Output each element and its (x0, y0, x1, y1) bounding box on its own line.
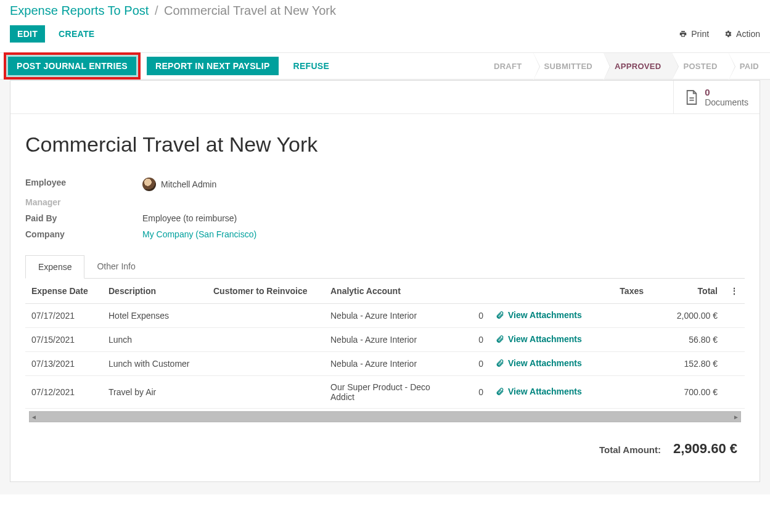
status-step-posted[interactable]: POSTED (672, 53, 728, 79)
breadcrumb: Expense Reports To Post / Commercial Tra… (0, 0, 770, 20)
status-steps: DRAFT SUBMITTED APPROVED POSTED PAID (483, 53, 770, 79)
col-taxes-spacer (453, 279, 489, 304)
expense-table: Expense Date Description Customer to Rei… (25, 279, 745, 409)
cell-analytic: Our Super Product - Deco Addict (324, 376, 453, 409)
horizontal-scrollbar[interactable]: ◄ ► (29, 411, 741, 422)
cell-taxes2 (594, 376, 650, 409)
cell-attach: View Attachments (489, 328, 594, 352)
cell-taxes: 0 (453, 304, 489, 328)
breadcrumb-separator: / (155, 4, 158, 17)
employee-value: Mitchell Admin (142, 178, 457, 191)
cell-taxes: 0 (453, 328, 489, 352)
cell-total: 56.80 € (650, 328, 724, 352)
company-link[interactable]: My Company (San Francisco) (142, 229, 256, 239)
documents-button[interactable]: 0 Documents (673, 81, 760, 113)
paidby-value: Employee (to reimburse) (142, 213, 457, 223)
breadcrumb-current: Commercial Travel at New York (164, 4, 336, 17)
cell-total: 2,000.00 € (650, 304, 724, 328)
print-label: Print (691, 29, 709, 39)
col-desc: Description (102, 279, 207, 304)
manager-value (142, 197, 457, 207)
paperclip-icon (496, 335, 504, 343)
col-date: Expense Date (25, 279, 102, 304)
statusbar: POST JOURNAL ENTRIES REPORT IN NEXT PAYS… (0, 52, 770, 80)
status-step-submitted[interactable]: SUBMITTED (533, 53, 604, 79)
cell-taxes: 0 (453, 376, 489, 409)
employee-label: Employee (25, 178, 142, 191)
scroll-left-arrow[interactable]: ◄ (30, 414, 38, 420)
tabs: Expense Other Info (25, 255, 745, 279)
scroll-right-arrow[interactable]: ► (732, 414, 740, 420)
print-icon (679, 30, 687, 38)
cell-desc: Hotel Expenses (102, 304, 207, 328)
document-icon (685, 89, 698, 105)
view-attachments-link[interactable]: View Attachments (496, 310, 582, 320)
col-total: Total (650, 279, 724, 304)
cell-date: 07/15/2021 (25, 328, 102, 352)
status-step-draft[interactable]: DRAFT (483, 53, 533, 79)
paperclip-icon (496, 387, 504, 396)
cell-attach: View Attachments (489, 304, 594, 328)
table-row[interactable]: 07/15/2021LunchNebula - Azure Interior0V… (25, 328, 745, 352)
paperclip-icon (496, 359, 504, 367)
cell-desc: Lunch with Customer (102, 352, 207, 376)
col-taxes: Taxes (594, 279, 650, 304)
post-journal-entries-button[interactable]: POST JOURNAL ENTRIES (8, 57, 136, 75)
total-amount-label: Total Amount: (599, 444, 661, 455)
breadcrumb-parent-link[interactable]: Expense Reports To Post (10, 4, 149, 17)
record-title: Commercial Travel at New York (25, 133, 745, 157)
cell-taxes2 (594, 304, 650, 328)
refuse-button[interactable]: REFUSE (285, 57, 338, 75)
report-in-next-payslip-button[interactable]: REPORT IN NEXT PAYSLIP (147, 57, 279, 75)
paidby-label: Paid By (25, 213, 142, 223)
manager-label: Manager (25, 197, 142, 207)
col-attach (489, 279, 594, 304)
company-label: Company (25, 229, 142, 239)
cell-date: 07/17/2021 (25, 304, 102, 328)
cell-pad (724, 376, 745, 409)
cell-taxes2 (594, 328, 650, 352)
view-attachments-label: View Attachments (508, 310, 582, 320)
cell-customer (207, 304, 324, 328)
cell-customer (207, 352, 324, 376)
cell-attach: View Attachments (489, 352, 594, 376)
cell-date: 07/12/2021 (25, 376, 102, 409)
tab-other-info[interactable]: Other Info (84, 255, 147, 278)
cell-customer (207, 328, 324, 352)
employee-name: Mitchell Admin (161, 179, 216, 189)
cell-pad (724, 304, 745, 328)
toolbar: EDIT CREATE Print Action (0, 20, 770, 52)
view-attachments-label: View Attachments (508, 334, 582, 344)
cell-total: 700.00 € (650, 376, 724, 409)
cell-pad (724, 328, 745, 352)
view-attachments-link[interactable]: View Attachments (496, 334, 582, 344)
col-analytic: Analytic Account (324, 279, 453, 304)
table-row[interactable]: 07/17/2021Hotel ExpensesNebula - Azure I… (25, 304, 745, 328)
print-button[interactable]: Print (679, 29, 709, 39)
col-customer: Customer to Reinvoice (207, 279, 324, 304)
status-step-approved[interactable]: APPROVED (604, 53, 672, 79)
cell-desc: Travel by Air (102, 376, 207, 409)
cell-pad (724, 352, 745, 376)
cell-desc: Lunch (102, 328, 207, 352)
action-button[interactable]: Action (724, 29, 760, 39)
view-attachments-link[interactable]: View Attachments (496, 387, 582, 396)
company-value: My Company (San Francisco) (142, 229, 457, 239)
edit-button[interactable]: EDIT (10, 25, 45, 43)
cell-total: 152.80 € (650, 352, 724, 376)
cell-analytic: Nebula - Azure Interior (324, 328, 453, 352)
table-row[interactable]: 07/13/2021Lunch with CustomerNebula - Az… (25, 352, 745, 376)
action-label: Action (736, 29, 760, 39)
view-attachments-label: View Attachments (508, 358, 582, 368)
cell-taxes2 (594, 352, 650, 376)
paperclip-icon (496, 311, 504, 319)
cell-date: 07/13/2021 (25, 352, 102, 376)
table-row[interactable]: 07/12/2021Travel by AirOur Super Product… (25, 376, 745, 409)
tab-expense[interactable]: Expense (25, 255, 84, 279)
col-options-button[interactable]: ⋮ (724, 279, 745, 304)
documents-count: 0 (705, 87, 748, 97)
gear-icon (724, 30, 732, 38)
view-attachments-link[interactable]: View Attachments (496, 358, 582, 368)
create-button[interactable]: CREATE (51, 25, 102, 43)
cell-analytic: Nebula - Azure Interior (324, 352, 453, 376)
